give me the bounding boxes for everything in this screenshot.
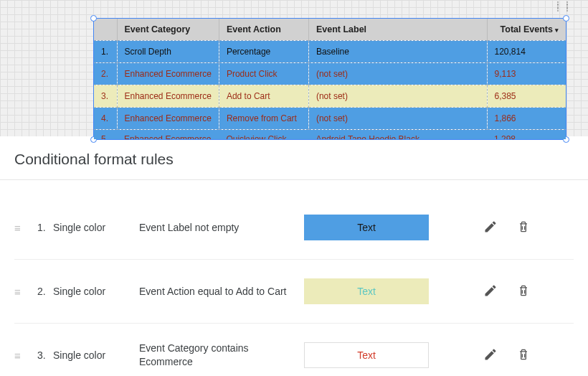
panel-title: Conditional format rules [0,136,588,180]
rule-type: Single color [53,222,139,233]
delete-button[interactable] [509,277,538,306]
row-index: 3. [94,85,117,108]
cell-category: Enhanced Ecommerce [117,63,219,85]
cell-label: (not set) [308,85,487,108]
delete-button[interactable] [509,341,538,370]
rule-type: Single color [53,349,139,361]
col-event-action[interactable]: Event Action [219,19,308,41]
cell-action: Product Click [219,63,308,85]
rule-type: Single color [53,286,139,297]
cell-action: Percentage [219,41,308,63]
rule-preview: Text [304,278,429,304]
rules-list: ≡1.Single colorEvent Label not emptyText… [0,180,588,376]
cell-category: Enhanced Ecommerce [117,108,219,130]
rule-preview: Text [304,342,429,368]
row-index: 4. [94,108,117,130]
cell-total: 120,814 [487,41,566,63]
table-row[interactable]: 1.Scroll DepthPercentageBaseline120,814 [94,41,566,63]
table-row[interactable]: 5.Enhanced EcommerceQuickview ClickAndro… [94,130,566,140]
rule-condition: Event Category contains Ecommerce [139,342,304,369]
table-row[interactable]: 2.Enhanced EcommerceProduct Click(not se… [94,63,566,85]
row-index: 2. [94,63,117,85]
trash-icon [516,283,531,300]
delete-button[interactable] [509,213,538,242]
resize-handle-tl[interactable] [90,15,97,22]
trash-icon [516,220,531,236]
edit-button[interactable] [476,341,505,370]
table-row[interactable]: 3.Enhanced EcommerceAdd to Cart(not set)… [94,85,566,108]
row-index: 1. [94,41,117,63]
drag-handle-icon[interactable]: ≡ [14,354,27,357]
table-row[interactable]: 4.Enhanced EcommerceRemove from Cart(not… [94,108,566,130]
more-icon[interactable]: ⋮⋮⋮⋮ [553,4,561,9]
rule-number: 2. [37,286,53,297]
resize-handle-tr[interactable] [563,15,569,22]
cell-action: Remove from Cart [219,108,308,130]
col-total-events[interactable]: Total Events▾ [487,19,566,41]
rule-preview: Text [304,215,429,240]
cell-total: 6,385 [487,85,566,108]
trash-icon [516,347,531,364]
table-header-row: Event Category Event Action Event Label … [94,19,566,41]
pencil-icon [483,347,498,364]
cell-total: 9,113 [487,63,566,85]
cell-label: (not set) [308,63,487,85]
rule-condition: Event Action equal to Add to Cart [139,285,304,299]
event-table: Event Category Event Action Event Label … [94,19,566,139]
col-event-label[interactable]: Event Label [308,19,487,41]
col-event-category[interactable]: Event Category [117,19,219,41]
cell-action: Add to Cart [219,85,308,108]
edit-button[interactable] [476,277,505,306]
cell-category: Enhanced Ecommerce [117,85,219,108]
cell-label: Baseline [308,41,487,63]
rule-condition: Event Label not empty [139,221,304,235]
rule-number: 3. [37,349,53,361]
report-canvas[interactable]: ⋮⋮⋮⋮ Event Category Event Action Event L… [0,0,588,136]
col-index[interactable] [94,19,117,41]
format-rule[interactable]: ≡3.Single colorEvent Category contains E… [14,324,574,376]
drag-handle-icon[interactable]: ≡ [14,227,27,229]
format-rule[interactable]: ≡1.Single colorEvent Label not emptyText [14,196,574,260]
rule-number: 1. [37,222,53,233]
edit-button[interactable] [476,213,505,242]
cell-category: Scroll Depth [117,41,219,63]
cell-total: 1,866 [487,108,566,130]
format-rule[interactable]: ≡2.Single colorEvent Action equal to Add… [14,260,574,324]
cell-label: (not set) [308,108,487,130]
pencil-icon [483,220,498,236]
table-selection[interactable]: ⋮⋮⋮⋮ Event Category Event Action Event L… [93,18,566,140]
drag-handle-icon[interactable]: ≡ [14,291,27,293]
sort-desc-icon: ▾ [555,27,559,34]
pencil-icon [483,283,498,300]
